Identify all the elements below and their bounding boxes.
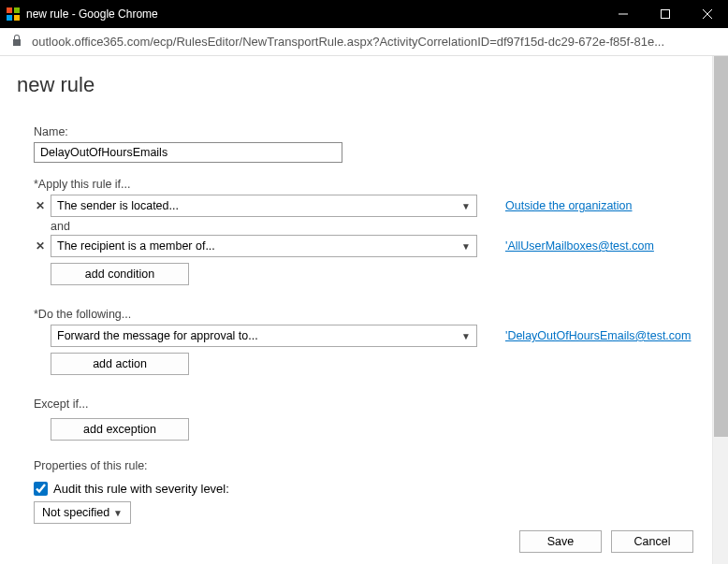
chevron-down-icon: ▼	[461, 201, 471, 211]
condition-link-mailboxes[interactable]: 'AllUserMailboxes@test.com	[505, 239, 654, 253]
page-title: new rule	[17, 73, 695, 97]
add-condition-button[interactable]: add condition	[51, 263, 189, 285]
and-label: and	[51, 220, 695, 233]
add-action-button[interactable]: add action	[51, 353, 189, 375]
chevron-down-icon: ▼	[461, 331, 471, 341]
dropdown-text: The recipient is a member of...	[57, 239, 215, 253]
audit-label: Audit this rule with severity level:	[53, 482, 229, 496]
content-main: new rule Name: *Apply this rule if... ✕ …	[0, 56, 712, 564]
save-button[interactable]: Save	[519, 530, 602, 553]
severity-dropdown[interactable]: Not specified ▼	[34, 501, 131, 524]
app-icon	[6, 7, 21, 22]
name-input[interactable]	[34, 142, 342, 163]
dropdown-text: Forward the message for approval to...	[57, 329, 258, 342]
condition-dropdown-sender[interactable]: The sender is located... ▼	[51, 195, 477, 217]
condition-dropdown-recipient[interactable]: The recipient is a member of... ▼	[51, 235, 477, 257]
address-bar: outlook.office365.com/ecp/RulesEditor/Ne…	[0, 28, 728, 56]
do-following-label: *Do the following...	[34, 308, 695, 321]
apply-rule-label: *Apply this rule if...	[34, 178, 695, 191]
minimize-button[interactable]	[602, 0, 644, 28]
dropdown-text: Not specified	[42, 506, 109, 519]
remove-condition-icon[interactable]: ✕	[34, 199, 47, 212]
dropdown-text: The sender is located...	[57, 199, 179, 212]
lock-icon	[11, 34, 22, 50]
cancel-button[interactable]: Cancel	[611, 530, 693, 553]
except-if-label: Except if...	[34, 398, 695, 411]
action-link-forward-target[interactable]: 'DelayOutOfHoursEmails@test.com	[505, 329, 691, 342]
properties-label: Properties of this rule:	[34, 459, 695, 472]
svg-rect-0	[7, 7, 12, 13]
maximize-button[interactable]	[644, 0, 686, 28]
address-url[interactable]: outlook.office365.com/ecp/RulesEditor/Ne…	[32, 35, 664, 49]
svg-rect-1	[14, 7, 20, 13]
audit-checkbox[interactable]	[34, 482, 48, 496]
action-dropdown-forward[interactable]: Forward the message for approval to... ▼	[51, 325, 477, 347]
name-label: Name:	[34, 125, 695, 138]
window-title: new rule - Google Chrome	[26, 7, 602, 21]
remove-condition-icon[interactable]: ✕	[34, 239, 47, 253]
window-titlebar: new rule - Google Chrome	[0, 0, 728, 28]
scrollbar-thumb[interactable]	[714, 56, 728, 437]
svg-rect-3	[14, 15, 20, 21]
add-exception-button[interactable]: add exception	[51, 418, 189, 441]
close-button[interactable]	[686, 0, 728, 28]
footer-buttons: Save Cancel	[519, 530, 693, 553]
window-controls	[602, 0, 728, 28]
chevron-down-icon: ▼	[113, 508, 123, 518]
scrollbar[interactable]	[712, 56, 728, 564]
condition-link-outside-org[interactable]: Outside the organization	[505, 199, 633, 212]
svg-rect-5	[661, 10, 669, 19]
svg-rect-2	[7, 15, 12, 21]
chevron-down-icon: ▼	[461, 241, 471, 252]
